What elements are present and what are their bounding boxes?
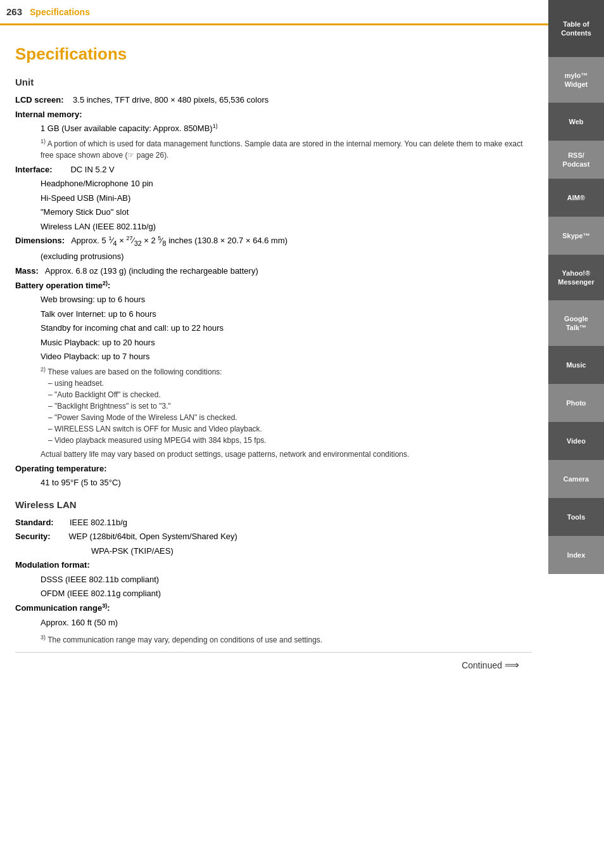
sidebar-item-toc[interactable]: Table ofContents bbox=[548, 0, 604, 57]
modulation-label: Modulation format: bbox=[15, 559, 532, 571]
sidebar: Table ofContents mylo™Widget Web RSS/Pod… bbox=[548, 0, 604, 868]
top-bar-title: Specifications bbox=[30, 7, 90, 17]
internal-memory-label: Internal memory: bbox=[15, 110, 82, 119]
usb-line: Hi-Speed USB (Mini-AB) bbox=[15, 192, 532, 205]
interface-line: Interface: DC IN 5.2 V bbox=[15, 163, 532, 176]
modulation-val2: OFDM (IEEE 802.11g compliant) bbox=[15, 587, 532, 600]
footnote-2-line1: – using headset. bbox=[41, 378, 532, 389]
sidebar-item-video[interactable]: Video bbox=[548, 422, 604, 460]
sidebar-camera-label: Camera bbox=[563, 475, 589, 483]
memory-stick-line: "Memory Stick Duo" slot bbox=[15, 206, 532, 219]
wireless-lan-heading: Wireless LAN bbox=[15, 499, 532, 510]
top-bar: 263 Specifications bbox=[0, 0, 604, 25]
main-content: Specifications Unit LCD screen: 3.5 inch… bbox=[0, 25, 547, 690]
sidebar-item-music[interactable]: Music bbox=[548, 346, 604, 384]
footnote-3: 3) The communication range may vary, dep… bbox=[15, 634, 532, 646]
web-browsing-line: Web browsing: up to 6 hours bbox=[15, 293, 532, 306]
modulation-val1: DSSS (IEEE 802.11b compliant) bbox=[15, 573, 532, 586]
interface-value: DC IN 5.2 V bbox=[54, 165, 115, 174]
sidebar-tools-label: Tools bbox=[567, 513, 586, 521]
footnote-1: 1) A portion of which is used for data m… bbox=[15, 137, 532, 161]
page-number: 263 bbox=[6, 6, 22, 17]
sidebar-music-label: Music bbox=[566, 361, 586, 369]
footnote-2-block: 2) These values are based on the followi… bbox=[15, 366, 532, 460]
talk-internet-line: Talk over Internet: up to 6 hours bbox=[15, 308, 532, 321]
sidebar-item-mylo[interactable]: mylo™Widget bbox=[548, 57, 604, 103]
footnote-2-line3: – "Backlight Brightness" is set to "3." bbox=[41, 400, 532, 412]
sidebar-yahoo-label: Yahoo!®Messenger bbox=[558, 269, 594, 287]
sidebar-photo-label: Photo bbox=[566, 399, 586, 407]
sidebar-item-web[interactable]: Web bbox=[548, 103, 604, 141]
sidebar-rss-label: RSS/Podcast bbox=[563, 151, 590, 169]
sidebar-video-label: Video bbox=[567, 437, 586, 445]
sidebar-item-index[interactable]: Index bbox=[548, 536, 604, 574]
page-title: Specifications bbox=[15, 44, 532, 64]
footnote-2-line6: – Video playback measured using MPEG4 wi… bbox=[41, 435, 532, 446]
operating-temp-label: Operating temperature: bbox=[15, 463, 532, 475]
standby-line: Standby for incoming chat and call: up t… bbox=[15, 322, 532, 335]
sidebar-item-camera[interactable]: Camera bbox=[548, 460, 604, 498]
operating-temp-value: 41 to 95°F (5 to 35°C) bbox=[15, 476, 532, 489]
lcd-line: LCD screen: 3.5 inches, TFT drive, 800 ×… bbox=[15, 94, 532, 106]
internal-memory-line: Internal memory: bbox=[15, 108, 532, 121]
standard-line: Standard: IEEE 802.11b/g bbox=[15, 516, 532, 529]
lcd-label: LCD screen: bbox=[15, 95, 64, 105]
footnote-2-actual: Actual battery life may vary based on pr… bbox=[41, 449, 532, 460]
dimensions-line: Dimensions: Approx. 5 1⁄4 × 27⁄32 × 2 5⁄… bbox=[15, 234, 532, 248]
dimensions-note: (excluding protrusions) bbox=[15, 250, 532, 263]
battery-label-line: Battery operation time2): bbox=[15, 279, 532, 291]
sidebar-item-skype[interactable]: Skype™ bbox=[548, 217, 604, 255]
wireless-lan-line: Wireless LAN (IEEE 802.11b/g) bbox=[15, 220, 532, 233]
sidebar-item-google[interactable]: GoogleTalk™ bbox=[548, 300, 604, 346]
continued-bar: Continued ⟹ bbox=[15, 652, 532, 677]
sidebar-item-rss[interactable]: RSS/Podcast bbox=[548, 141, 604, 179]
sidebar-toc-label: Table ofContents bbox=[561, 20, 591, 38]
security-line2: WPA-PSK (TKIP/AES) bbox=[15, 545, 532, 558]
sidebar-item-aim[interactable]: AIM® bbox=[548, 179, 604, 217]
sidebar-skype-label: Skype™ bbox=[562, 231, 589, 240]
unit-heading: Unit bbox=[15, 77, 532, 87]
sidebar-index-label: Index bbox=[567, 551, 586, 559]
sidebar-mylo-label: mylo™Widget bbox=[565, 71, 588, 89]
mass-line: Mass: Approx. 6.8 oz (193 g) (including … bbox=[15, 265, 532, 278]
sidebar-web-label: Web bbox=[569, 117, 583, 126]
headphone-line: Headphone/Microphone 10 pin bbox=[15, 177, 532, 190]
security-line1: Security: WEP (128bit/64bit, Open System… bbox=[15, 530, 532, 543]
interface-label: Interface: bbox=[15, 165, 53, 174]
lcd-value: 3.5 inches, TFT drive, 800 × 480 pixels,… bbox=[66, 95, 268, 105]
footnote-2-line4: – "Power Saving Mode of the Wireless LAN… bbox=[41, 412, 532, 423]
music-playback-line: Music Playback: up to 20 hours bbox=[15, 336, 532, 349]
comm-range-val: Approx. 160 ft (50 m) bbox=[15, 616, 532, 629]
footnote-2-line2: – "Auto Backlight Off" is checked. bbox=[41, 389, 532, 400]
sidebar-google-label: GoogleTalk™ bbox=[564, 314, 588, 333]
sidebar-item-tools[interactable]: Tools bbox=[548, 498, 604, 536]
footnote-2-line5: – WIRELESS LAN switch is OFF for Music a… bbox=[41, 423, 532, 435]
sidebar-item-yahoo[interactable]: Yahoo!®Messenger bbox=[548, 255, 604, 300]
continued-text: Continued bbox=[462, 660, 502, 670]
sidebar-item-photo[interactable]: Photo bbox=[548, 384, 604, 422]
internal-memory-value: 1 GB (User available capacity: Approx. 8… bbox=[15, 122, 532, 135]
footnote-2-intro: 2) These values are based on the followi… bbox=[41, 366, 532, 378]
continued-arrow: ⟹ bbox=[505, 659, 519, 671]
video-playback-line: Video Playback: up to 7 hours bbox=[15, 350, 532, 363]
comm-range-label: Communication range3): bbox=[15, 602, 532, 615]
sidebar-aim-label: AIM® bbox=[567, 193, 585, 202]
